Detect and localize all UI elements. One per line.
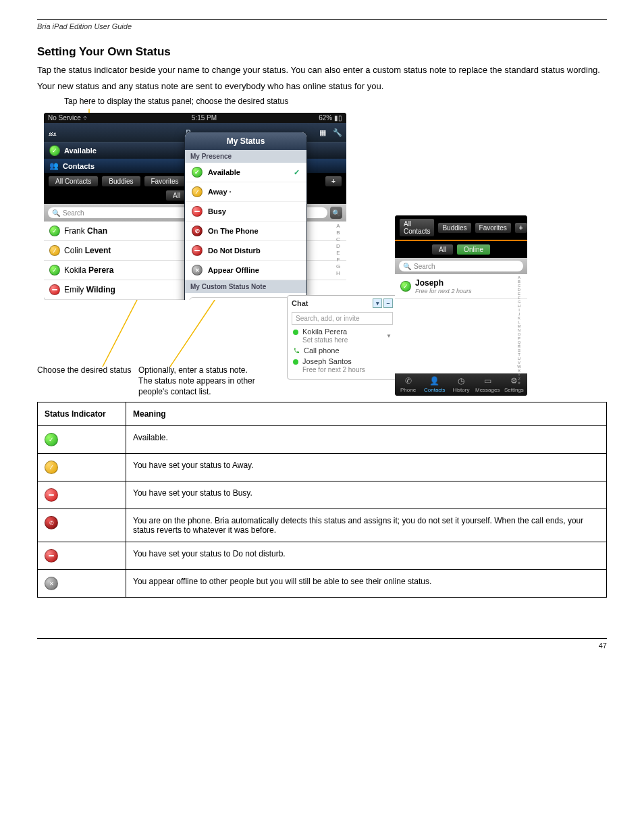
i-tab-buddies[interactable]: Buddies <box>437 222 471 234</box>
list-item[interactable]: Joseph Free for next 2 hours <box>395 274 527 299</box>
statusbar-service: No Service ᯤ <box>48 114 90 122</box>
tab-icon: ◷ <box>448 376 474 386</box>
contact-name: Emily Wilding <box>64 285 115 294</box>
iphone-mock: All Contacts Buddies Favorites + All Onl… <box>395 215 527 396</box>
presence-dot <box>293 359 298 365</box>
i-search-input[interactable]: 🔍 Search <box>399 261 523 271</box>
i-tab-all-contacts[interactable]: All Contacts <box>399 218 435 237</box>
tabbar-history[interactable]: ◷History <box>448 373 474 396</box>
tab-label: Settings <box>501 387 527 393</box>
dialpad-icon[interactable]: ▦ <box>319 128 326 137</box>
i-subtab-all[interactable]: All <box>431 244 454 255</box>
i-tab-favorites[interactable]: Favorites <box>475 222 512 234</box>
chat-entry-sub: Free for next 2 hours <box>302 366 365 373</box>
chat-entry[interactable]: Call phone <box>288 345 397 356</box>
para-2: Your new status and any status note are … <box>37 80 607 93</box>
chat-search-input[interactable]: Search, add, or invite <box>292 312 393 325</box>
status-option-label: Away · <box>208 188 232 196</box>
contact-name: Kokila Perera <box>64 265 113 275</box>
status-option-away[interactable]: Away · <box>185 182 306 202</box>
tab-icon: ✆ <box>395 376 421 386</box>
tab-all-contacts[interactable]: All Contacts <box>48 176 99 187</box>
dnd-icon <box>45 549 58 563</box>
search-icon: 🔍 <box>52 209 60 217</box>
tabbar-contacts[interactable]: 👤Contacts <box>421 373 448 396</box>
chat-dropdown-icon[interactable]: ▾ <box>373 298 382 308</box>
status-option-avail[interactable]: Available✓ <box>185 163 306 182</box>
chat-panel: Chat ▾ – Search, add, or invite Kokila P… <box>287 295 398 380</box>
chat-entry[interactable]: Kokila PereraSet status here▼ <box>288 326 397 345</box>
busy-icon <box>192 206 203 217</box>
status-option-label: Busy <box>208 207 226 215</box>
search-go-button[interactable]: 🔍 <box>330 207 342 219</box>
popover-section-presence: My Presence <box>185 150 306 163</box>
i-add-button[interactable]: + <box>514 222 527 234</box>
status-meaning: You appear offline to other people but y… <box>126 570 607 598</box>
status-icon <box>49 226 60 236</box>
off-icon <box>45 577 58 590</box>
status-icon <box>49 284 60 295</box>
status-icon <box>49 245 60 256</box>
app-icon[interactable]: ⅏ <box>48 127 57 138</box>
away-icon <box>192 186 203 197</box>
chat-entry[interactable]: Joseph SantosFree for next 2 hours <box>288 356 397 375</box>
my-status-popover: My Status My Presence Available✓Away ·Bu… <box>184 132 307 300</box>
tab-label: History <box>448 387 474 393</box>
footer-page: 47 <box>599 642 607 650</box>
contact-name: Colin Levent <box>64 246 111 255</box>
chat-title: Chat <box>292 299 308 307</box>
off-icon <box>192 265 203 276</box>
chat-entry-name: Kokila Perera <box>302 328 347 336</box>
chat-entry-name: Call phone <box>304 346 340 355</box>
tabbar-messages[interactable]: ▭Messages <box>475 373 501 396</box>
contact-name: Frank Chan <box>64 226 107 236</box>
status-option-off[interactable]: Appear Offline <box>185 261 306 280</box>
i-contact-list[interactable]: Joseph Free for next 2 hours ABCDEFGHIJK… <box>395 274 527 373</box>
table-row: You have set your status to Busy. <box>38 481 607 509</box>
i-subtab-online[interactable]: Online <box>456 244 491 255</box>
status-note-input[interactable]: Free for next 2 hours ⓧ <box>189 297 302 300</box>
i-tabbar: ✆Phone👤Contacts◷History▭Messages⚙Setting… <box>395 373 527 396</box>
status-meaning: You have set your status to Do not distu… <box>126 542 607 570</box>
away-icon <box>45 461 58 474</box>
status-option-phone[interactable]: On The Phone <box>185 221 306 241</box>
check-icon: ✓ <box>294 168 300 177</box>
th-indicator: Status Indicator <box>38 402 126 426</box>
status-option-label: Appear Offline <box>208 266 259 274</box>
annot-mid: Choose the desired status <box>37 365 138 376</box>
tab-favorites[interactable]: Favorites <box>144 176 186 187</box>
tab-label: Messages <box>475 387 501 393</box>
i-index-strip[interactable]: ABCDEFGHIJKLMNOPQRSTUVWXYZ# <box>515 274 523 373</box>
tab-label: Phone <box>395 387 421 393</box>
phone-icon <box>45 516 58 529</box>
tab-buddies[interactable]: Buddies <box>101 176 140 187</box>
available-icon <box>49 145 60 156</box>
table-row: You appear offline to other people but y… <box>38 570 607 598</box>
available-icon <box>400 281 411 292</box>
tabbar-phone[interactable]: ✆Phone <box>395 373 421 396</box>
para-1: Tap the status indicator beside your nam… <box>37 64 607 76</box>
status-meaning: You are on the phone. Bria automatically… <box>126 509 607 542</box>
status-option-busy[interactable]: Busy <box>185 202 306 221</box>
chat-minimize-icon[interactable]: – <box>383 298 393 308</box>
status-option-label: On The Phone <box>208 227 259 235</box>
status-icon <box>49 265 60 276</box>
table-row: You have set your status to Do not distu… <box>38 542 607 570</box>
tab-label: Contacts <box>421 387 448 393</box>
my-presence-label: Available <box>64 147 97 155</box>
status-meaning: You have set your status to Away. <box>126 454 607 481</box>
dropdown-icon[interactable]: ▼ <box>386 333 392 339</box>
tabbar-settings[interactable]: ⚙Settings <box>501 373 527 396</box>
avail-icon <box>192 167 203 178</box>
dnd-icon <box>192 245 203 256</box>
search-placeholder: Search <box>63 209 84 217</box>
index-strip[interactable]: ABCDEFGH <box>334 221 342 300</box>
table-row: You have set your status to Away. <box>38 454 607 481</box>
th-meaning: Meaning <box>126 402 607 426</box>
status-option-dnd[interactable]: Do Not Disturb <box>185 241 306 261</box>
phone-icon <box>192 226 203 236</box>
chat-entry-sub: Set status here <box>302 336 348 344</box>
wrench-icon[interactable]: 🔧 <box>333 128 342 137</box>
add-contact-button[interactable]: + <box>325 176 342 187</box>
status-option-label: Do Not Disturb <box>208 246 261 255</box>
